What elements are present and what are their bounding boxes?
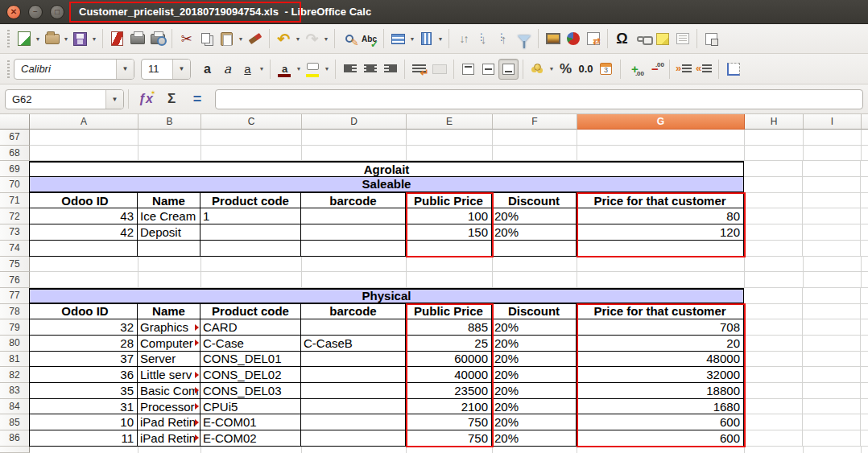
section-title-saleable[interactable]: Saleable: [29, 177, 744, 193]
add-decimal-icon[interactable]: +: [625, 59, 645, 80]
column-icon[interactable]: [416, 28, 436, 49]
cell-I69[interactable]: [803, 161, 861, 177]
currency-dropdown[interactable]: ▼: [548, 59, 556, 80]
row-header-70[interactable]: 70: [0, 177, 30, 193]
underline-icon[interactable]: a: [238, 59, 258, 80]
underline-dropdown[interactable]: ▼: [258, 59, 266, 80]
number-format-icon[interactable]: 0.0: [576, 59, 596, 80]
cell-H68[interactable]: [745, 146, 804, 162]
row-header-82[interactable]: 82: [0, 367, 30, 383]
cell-A-partial[interactable]: [30, 447, 138, 453]
cell-E84[interactable]: 2100: [406, 399, 492, 415]
cell-C86[interactable]: E-COM02: [200, 430, 301, 447]
cell-H74[interactable]: [744, 241, 803, 257]
cell-A67[interactable]: [30, 130, 138, 146]
cell-G84[interactable]: 1680: [577, 399, 744, 415]
cell-A76[interactable]: [30, 272, 138, 288]
cell-B-partial[interactable]: [138, 447, 201, 453]
cell-C80[interactable]: C-Case: [200, 336, 301, 352]
open-dropdown[interactable]: ▼: [62, 28, 70, 49]
copy-icon[interactable]: [196, 28, 217, 49]
titlebar[interactable]: ✕−□ Customer_pricelist_20180719094754.xl…: [0, 0, 868, 24]
new-spreadsheet-icon[interactable]: [14, 28, 34, 49]
row-header-78[interactable]: 78: [0, 304, 30, 320]
pivot-table-icon[interactable]: [583, 28, 603, 49]
cell-B79[interactable]: Graphics: [138, 319, 200, 336]
row-header-72[interactable]: 72: [0, 208, 30, 224]
row-header-84[interactable]: 84: [0, 399, 30, 415]
cell-E85[interactable]: 750: [406, 414, 492, 430]
cell-I80[interactable]: [803, 336, 861, 352]
align-right-icon[interactable]: [380, 59, 400, 80]
cell-E72[interactable]: 100: [406, 208, 492, 224]
cell-G-partial[interactable]: [577, 447, 745, 453]
cell-C67[interactable]: [201, 130, 302, 146]
cell-A72[interactable]: 43: [29, 208, 138, 224]
cell-G86[interactable]: 600: [577, 430, 744, 447]
cell-G78[interactable]: Price for that customer: [577, 304, 744, 320]
cell-D-partial[interactable]: [302, 447, 407, 453]
cell-F76[interactable]: [493, 272, 577, 288]
cell-F83[interactable]: 20%: [492, 383, 577, 399]
cell-A79[interactable]: 32: [29, 319, 138, 336]
cell-A68[interactable]: [30, 146, 138, 162]
cell-I70[interactable]: [803, 177, 861, 193]
delete-decimal-icon[interactable]: −: [645, 59, 665, 80]
align-bottom-icon[interactable]: [498, 59, 519, 80]
italic-icon[interactable]: a: [217, 59, 238, 80]
find-replace-icon[interactable]: [339, 28, 359, 49]
print-icon[interactable]: [127, 28, 147, 49]
cell-B74[interactable]: [138, 241, 200, 257]
decrease-indent-icon[interactable]: «: [694, 59, 714, 80]
cell-D75[interactable]: [302, 257, 407, 273]
column-header-G[interactable]: G: [577, 114, 745, 130]
cell-E68[interactable]: [407, 146, 493, 162]
cell-H67[interactable]: [745, 130, 804, 146]
cell-B78[interactable]: Name: [138, 304, 200, 320]
print-preview-icon[interactable]: [147, 28, 167, 49]
export-pdf-icon[interactable]: [107, 28, 127, 49]
hyperlink-icon[interactable]: [632, 28, 652, 49]
cell-C-partial[interactable]: [201, 447, 302, 453]
row-icon[interactable]: [388, 28, 408, 49]
cell-B68[interactable]: [138, 146, 201, 162]
cell-E80[interactable]: 25: [406, 336, 492, 352]
cell-E82[interactable]: 40000: [406, 367, 492, 383]
cell-G85[interactable]: 600: [577, 414, 744, 430]
undo-dropdown[interactable]: ▼: [294, 28, 302, 49]
align-center-icon[interactable]: [360, 59, 380, 80]
cell-G80[interactable]: 20: [577, 336, 744, 352]
cell-D84[interactable]: [301, 399, 406, 415]
cell-C73[interactable]: [200, 224, 301, 241]
row-header-83[interactable]: 83: [0, 383, 30, 399]
cell-H83[interactable]: [744, 383, 803, 399]
cell-C72[interactable]: 1: [200, 208, 301, 224]
save-icon[interactable]: [70, 28, 90, 49]
new-spreadsheet-dropdown[interactable]: ▼: [34, 28, 42, 49]
cell-H85[interactable]: [744, 414, 803, 430]
highlight-color-dropdown[interactable]: ▼: [323, 59, 331, 80]
spelling-icon[interactable]: Abc: [359, 28, 379, 49]
cell-D83[interactable]: [301, 383, 406, 399]
cell-G74[interactable]: [577, 241, 744, 257]
row-header-69[interactable]: 69: [0, 161, 30, 177]
cell-E79[interactable]: 885: [406, 319, 492, 336]
cell-C81[interactable]: CONS_DEL01: [200, 352, 301, 368]
column-header-A[interactable]: A: [30, 114, 138, 130]
cell-I86[interactable]: [803, 430, 861, 447]
column-header-E[interactable]: E: [407, 114, 493, 130]
cell-C83[interactable]: CONS_DEL03: [200, 383, 301, 399]
cell-A81[interactable]: 37: [29, 352, 138, 368]
cell-F86[interactable]: 20%: [492, 430, 577, 447]
row-header-85[interactable]: 85: [0, 414, 30, 430]
cell-H79[interactable]: [744, 319, 803, 336]
cell-C78[interactable]: Product code: [200, 304, 301, 320]
select-all-corner[interactable]: [0, 114, 30, 130]
cell-D86[interactable]: [301, 430, 406, 447]
cell-C85[interactable]: E-COM01: [200, 414, 301, 430]
row-header-73[interactable]: 73: [0, 224, 30, 241]
cell-C82[interactable]: CONS_DEL02: [200, 367, 301, 383]
insert-chart-icon[interactable]: [563, 28, 583, 49]
row-header-86[interactable]: 86: [0, 430, 30, 447]
section-title-agrolait[interactable]: Agrolait: [29, 161, 744, 177]
